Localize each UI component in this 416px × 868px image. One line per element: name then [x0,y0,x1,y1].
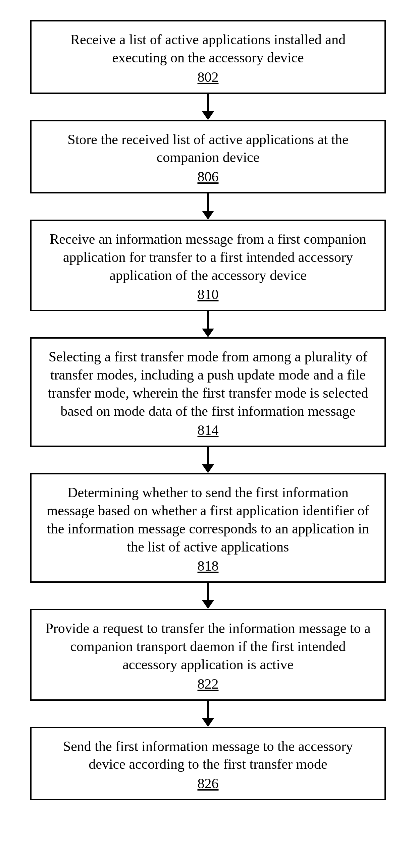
flow-step: Determining whether to send the first in… [30,473,386,583]
step-number: 814 [198,422,219,438]
arrow-down-icon [202,94,214,120]
step-number: 818 [198,558,219,574]
flow-step: Provide a request to transfer the inform… [30,609,386,701]
step-text: Determining whether to send the first in… [45,484,371,556]
flow-step: Send the first information message to th… [30,727,386,801]
arrow-down-icon [202,583,214,609]
step-text: Selecting a first transfer mode from amo… [45,348,371,420]
arrow-down-icon [202,193,214,220]
step-text: Receive an information message from a fi… [45,230,371,284]
step-number: 802 [198,69,219,85]
step-text: Provide a request to transfer the inform… [45,620,371,674]
step-number: 806 [198,168,219,185]
flow-step: Receive an information message from a fi… [30,220,386,311]
flowchart: Receive a list of active applications in… [30,20,386,800]
arrow-down-icon [202,447,214,473]
step-number: 826 [198,775,219,792]
arrow-down-icon [202,701,214,727]
flow-step: Store the received list of active applic… [30,120,386,194]
step-number: 822 [198,676,219,692]
flow-step: Receive a list of active applications in… [30,20,386,94]
step-text: Store the received list of active applic… [45,131,371,167]
step-number: 810 [198,286,219,302]
flow-step: Selecting a first transfer mode from amo… [30,337,386,447]
arrow-down-icon [202,311,214,337]
step-text: Receive a list of active applications in… [45,31,371,67]
step-text: Send the first information message to th… [45,738,371,774]
